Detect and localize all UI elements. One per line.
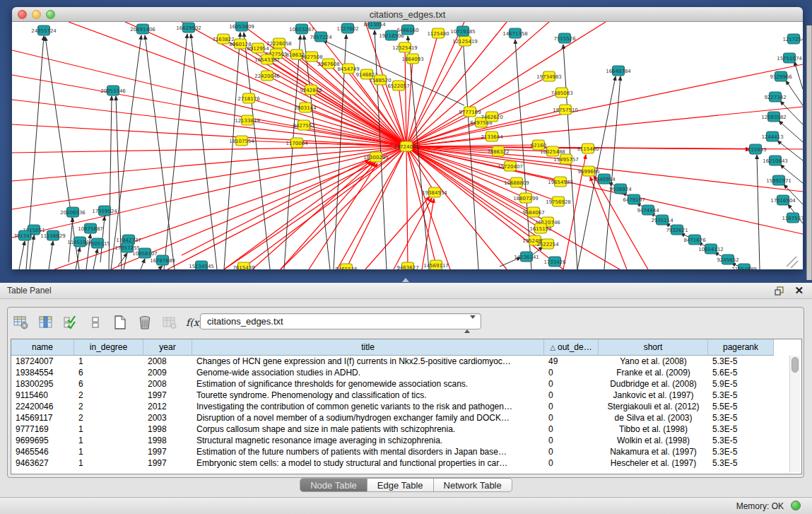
black-citation-edge[interactable]: [158, 266, 163, 269]
column-check-icon[interactable]: [61, 313, 80, 332]
red-citation-edge[interactable]: [365, 197, 430, 269]
tab-network-table[interactable]: Network Table: [434, 478, 512, 492]
red-citation-edge[interactable]: [182, 160, 369, 255]
black-citation-edge[interactable]: [244, 33, 270, 269]
graph-node[interactable]: 1170064: [286, 138, 308, 148]
table-cell[interactable]: Dudbridge et al. (2008): [599, 378, 708, 390]
table-selector-dropdown[interactable]: citations_edges.txt: [200, 313, 481, 329]
graph-node[interactable]: 12125419: [452, 36, 478, 46]
table-cell[interactable]: 9699695: [11, 435, 74, 446]
new-file-icon[interactable]: [111, 313, 129, 332]
graph-node[interactable]: 7615439: [233, 262, 254, 269]
black-citation-edge[interactable]: [49, 241, 53, 269]
table-cell[interactable]: 5.3E-5: [708, 446, 774, 457]
table-cell[interactable]: 18724007: [11, 356, 74, 367]
table-cell[interactable]: 0: [544, 390, 599, 401]
table-cell[interactable]: 1: [74, 435, 143, 446]
table-cell[interactable]: Yano et al. (2008): [599, 356, 708, 367]
vertical-scrollbar[interactable]: [789, 356, 800, 472]
black-citation-edge[interactable]: [111, 35, 141, 269]
graph-node[interactable]: 15751074: [777, 53, 802, 63]
table-cell[interactable]: 5.3E-5: [708, 424, 774, 435]
table-cell[interactable]: Disruption of a novel member of a sodium…: [192, 412, 544, 424]
table-cell[interactable]: 1: [74, 446, 143, 457]
graph-node[interactable]: 19734983: [536, 71, 562, 81]
close-panel-icon[interactable]: ✕: [794, 284, 804, 297]
table-cell[interactable]: Corpus callosum shape and size in male p…: [192, 424, 544, 435]
table-row[interactable]: 969969511998Structural magnetic resonanc…: [11, 435, 774, 446]
table-cell[interactable]: 9777169: [11, 424, 74, 435]
graph-node[interactable]: 12093582: [761, 112, 787, 122]
red-citation-edge[interactable]: [406, 22, 549, 146]
delete-trash-icon[interactable]: [136, 313, 154, 332]
graph-node[interactable]: 9242848: [300, 85, 322, 95]
table-cell[interactable]: 5.5E-5: [708, 401, 774, 412]
black-citation-edge[interactable]: [224, 33, 240, 269]
graph-node[interactable]: 2718176: [237, 93, 260, 103]
table-cell[interactable]: 1: [74, 424, 143, 435]
table-cell[interactable]: Hescheler et al. (1997): [599, 457, 708, 469]
red-citation-edge[interactable]: [406, 146, 450, 269]
red-citation-edge[interactable]: [405, 47, 406, 146]
table-cell[interactable]: 1: [74, 457, 143, 469]
table-cell[interactable]: Tibbo et al. (1998): [599, 424, 708, 435]
table-cell[interactable]: de Silva et al. (2003): [599, 412, 708, 424]
tab-edge-table[interactable]: Edge Table: [367, 478, 434, 492]
graph-node[interactable]: 17016504: [770, 195, 796, 205]
table-cell[interactable]: 2: [74, 412, 143, 424]
red-citation-edge[interactable]: [267, 76, 406, 146]
red-citation-edge[interactable]: [12, 146, 406, 238]
black-citation-edge[interactable]: [757, 155, 760, 269]
graph-node[interactable]: 12325419: [392, 42, 418, 52]
graph-node[interactable]: 10654112: [698, 244, 724, 254]
table-column-select-icon[interactable]: [37, 313, 55, 332]
graph-node[interactable]: 10719185: [450, 26, 476, 36]
rows-icon[interactable]: [86, 313, 105, 332]
graph-node[interactable]: 18757510: [553, 105, 578, 115]
graph-node[interactable]: 10653267: [289, 24, 314, 34]
black-citation-edge[interactable]: [93, 249, 98, 269]
black-citation-edge[interactable]: [116, 96, 122, 269]
graph-node[interactable]: 9463627: [396, 262, 418, 269]
red-citation-edge[interactable]: [281, 146, 406, 269]
table-cell[interactable]: 2: [74, 401, 143, 412]
memory-status-indicator[interactable]: [791, 501, 801, 510]
graph-node[interactable]: 2133644: [481, 132, 503, 141]
graph-node[interactable]: 1125480: [427, 28, 449, 38]
graph-node[interactable]: 15720407: [498, 161, 523, 171]
table-cell[interactable]: 2008: [143, 356, 192, 367]
float-panel-icon[interactable]: [773, 285, 785, 297]
table-cell[interactable]: Investigating the contribution of common…: [192, 401, 544, 412]
column-header-title[interactable]: title: [192, 339, 544, 356]
table-cell[interactable]: 19384554: [11, 367, 74, 378]
table-cell[interactable]: Jankovic et al. (1997): [599, 390, 708, 401]
graph-node[interactable]: 16648784: [606, 66, 631, 76]
table-cell[interactable]: 2: [74, 390, 143, 401]
table-cell[interactable]: Stergiakouli et al. (2012): [599, 401, 708, 412]
table-cell[interactable]: Embryonic stem cells: a model to study s…: [192, 457, 544, 469]
graph-node[interactable]: 1217254: [782, 34, 803, 44]
graph-node[interactable]: 9329966: [770, 71, 792, 81]
table-cell[interactable]: Genome-wide association studies in ADHD.: [192, 367, 544, 378]
black-citation-edge[interactable]: [141, 259, 145, 269]
red-citation-edge[interactable]: [406, 146, 408, 267]
table-row[interactable]: 1938455462009Genome-wide association stu…: [11, 367, 774, 378]
black-citation-edge[interactable]: [786, 81, 803, 105]
table-cell[interactable]: 18300295: [11, 378, 74, 390]
table-cell[interactable]: 0: [544, 412, 599, 424]
graph-node[interactable]: 14569117: [423, 260, 449, 269]
graph-node[interactable]: 22226058: [266, 38, 292, 48]
black-citation-edge[interactable]: [30, 235, 34, 269]
column-header-in_degree[interactable]: in_degree: [74, 339, 143, 356]
graph-node[interactable]: 12133819: [235, 115, 260, 125]
red-citation-edge[interactable]: [224, 146, 406, 269]
table-cell[interactable]: 0: [544, 401, 599, 412]
graph-node[interactable]: 9465546: [335, 264, 358, 269]
graph-node[interactable]: 15992971: [766, 175, 792, 185]
table-cell[interactable]: 1998: [143, 424, 192, 435]
table-cell[interactable]: 9465546: [11, 446, 74, 457]
table-cell[interactable]: 0: [544, 378, 599, 390]
table-cell[interactable]: 5.3E-5: [708, 435, 774, 446]
graph-node[interactable]: 16210643: [763, 156, 788, 165]
table-cell[interactable]: 2012: [143, 401, 192, 412]
